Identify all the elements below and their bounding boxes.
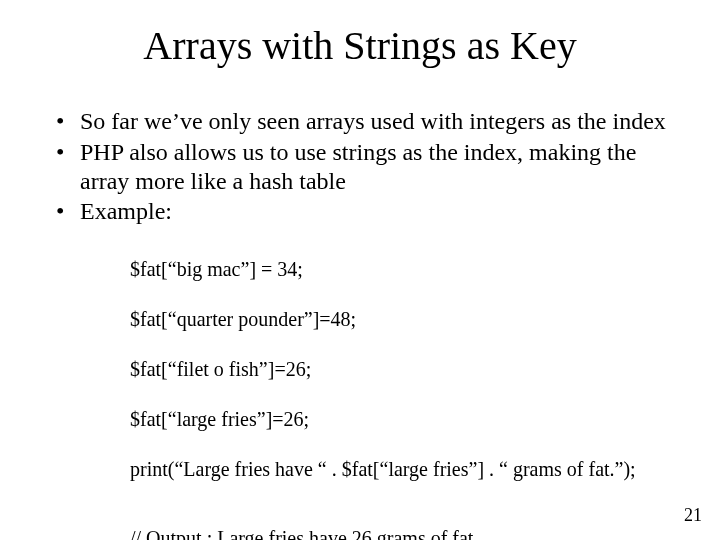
slide-body: So far we’ve only seen arrays used with … [0, 69, 720, 540]
code-line: print(“Large fries have “ . $fat[“large … [130, 457, 670, 482]
code-line: $fat[“quarter pounder”]=48; [130, 307, 670, 332]
slide: Arrays with Strings as Key So far we’ve … [0, 0, 720, 540]
bullet-item: So far we’ve only seen arrays used with … [50, 107, 670, 136]
code-line: $fat[“filet o fish”]=26; [130, 357, 670, 382]
bullet-list: So far we’ve only seen arrays used with … [50, 107, 670, 226]
code-block: $fat[“big mac”] = 34; $fat[“quarter poun… [130, 232, 670, 507]
bullet-item: PHP also allows us to use strings as the… [50, 138, 670, 196]
bullet-item: Example: [50, 197, 670, 226]
slide-title: Arrays with Strings as Key [0, 0, 720, 69]
page-number: 21 [684, 505, 702, 526]
code-line: $fat[“large fries”]=26; [130, 407, 670, 432]
output-line: // Output : Large fries have 26 grams of… [130, 527, 670, 540]
code-line: $fat[“big mac”] = 34; [130, 257, 670, 282]
